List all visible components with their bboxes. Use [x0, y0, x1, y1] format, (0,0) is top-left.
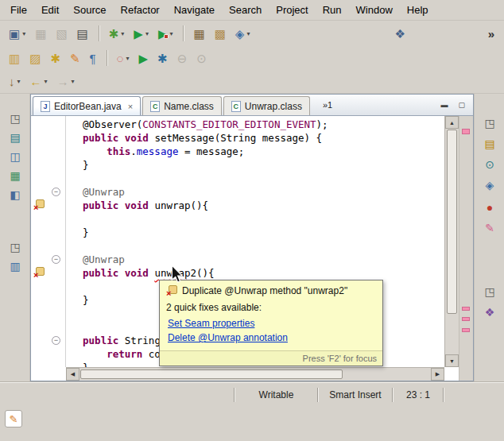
tab-close-icon[interactable]: ×	[128, 102, 133, 111]
code-line-8[interactable]: }	[71, 226, 444, 239]
restore-view-icon[interactable]: ◳	[6, 110, 25, 127]
menu-window[interactable]: Window	[349, 1, 400, 19]
open-type-dropdown-icon[interactable]: ▾	[246, 30, 250, 37]
mark-occurrences-icon[interactable]: ✱	[46, 48, 64, 68]
editor-tab-bar: JEditorBean.java×CName.classCUnwrap.clas…	[31, 95, 473, 116]
debug-icon[interactable]: ✱▾	[105, 24, 129, 43]
import-icon[interactable]: ▨	[25, 48, 45, 68]
back-dropdown-icon[interactable]: ▾	[45, 78, 48, 85]
maximize-button[interactable]: ▢	[455, 99, 468, 110]
console-icon[interactable]: ▥	[6, 257, 25, 275]
quickfix-set-seam-properties[interactable]: Set Seam properties	[168, 318, 376, 329]
horizontal-scrollbar[interactable]: ◀ ▶	[66, 367, 444, 381]
menu-navigate[interactable]: Navigate	[167, 1, 222, 19]
tab-overflow-indicator[interactable]: »1	[323, 100, 332, 110]
open-file-icon[interactable]: ▥	[5, 48, 24, 68]
code-line-3[interactable]: }	[71, 158, 444, 172]
tab-label: Name.class	[164, 101, 214, 112]
scroll-up-icon[interactable]: ▲	[445, 116, 459, 129]
new-java-project-icon[interactable]: ▦	[189, 24, 208, 43]
error-marker-icon[interactable]	[33, 199, 45, 211]
code-line-1[interactable]: public void setMessage(String message) {	[71, 131, 444, 145]
run-external-tools-dropdown-icon[interactable]: ▾	[169, 30, 173, 37]
restore-view-icon[interactable]: ◳	[480, 114, 499, 132]
new-wizard-dropdown-icon[interactable]: ▾	[22, 30, 25, 37]
fast-view-toggle-icon[interactable]: ✎	[5, 410, 22, 427]
menu-edit[interactable]: Edit	[34, 1, 66, 19]
editor-tab-unwrap-class[interactable]: CUnwrap.class	[223, 96, 310, 115]
vertical-scrollbar[interactable]: ▲ ▼	[444, 116, 459, 367]
forward-dropdown-icon[interactable]: ▾	[72, 78, 75, 85]
project-explorer-icon[interactable]: ◧	[6, 186, 25, 203]
new-package-icon[interactable]: ▩	[211, 24, 230, 43]
fold-collapse-icon[interactable]: −	[52, 255, 60, 264]
overview-error-mark[interactable]	[462, 307, 470, 311]
horizontal-scroll-thumb[interactable]	[80, 369, 343, 379]
editor-tab-editorbean-java[interactable]: JEditorBean.java×	[33, 96, 141, 115]
code-line-6[interactable]: public void unwrap(){	[71, 199, 444, 212]
palette-icon[interactable]: ❖	[480, 304, 499, 321]
code-line-11[interactable]: public void unwrap2(){	[71, 266, 444, 280]
package-explorer-icon[interactable]: ▤	[6, 129, 25, 146]
print-icon[interactable]: ▤	[73, 24, 92, 43]
code-line-7[interactable]	[71, 212, 444, 226]
toolbar-overflow-chevron[interactable]: »	[488, 27, 494, 41]
jboss-central-icon[interactable]: ❖	[390, 24, 409, 43]
record-macro-dropdown-icon[interactable]: ▾	[126, 55, 130, 62]
menu-file[interactable]: File	[3, 1, 34, 19]
annotations-icon[interactable]: ✎	[480, 219, 499, 237]
menu-source[interactable]: Source	[66, 1, 113, 19]
code-line-0[interactable]: @Observer(CONSTANTS_EDITOR_EDITON_EVENT)…	[71, 118, 444, 131]
open-type-icon[interactable]: ◈▾	[231, 24, 254, 43]
code-line-5[interactable]: @Unwrap	[71, 185, 444, 199]
error-log-icon[interactable]: ●	[480, 199, 499, 216]
vertical-scroll-thumb[interactable]	[447, 130, 457, 314]
run-icon[interactable]: ▶▾	[130, 24, 153, 43]
code-line-10[interactable]: @Unwrap	[71, 253, 444, 266]
new-task-icon[interactable]: ✱	[153, 48, 172, 68]
overview-error-mark[interactable]	[462, 129, 470, 134]
minimize-button[interactable]: ▬	[437, 99, 451, 110]
folding-ruler[interactable]: −−−	[47, 116, 66, 367]
fold-collapse-icon[interactable]: −	[52, 336, 60, 345]
run-dropdown-icon[interactable]: ▾	[145, 30, 149, 37]
restore-view-bottom-icon[interactable]: ◳	[6, 238, 25, 256]
tasks-icon[interactable]: ◈	[480, 176, 499, 194]
scroll-left-icon[interactable]: ◀	[66, 368, 79, 381]
code-line-2[interactable]: this.message = message;	[71, 145, 444, 158]
editor-tab-name-class[interactable]: CName.class	[142, 96, 222, 115]
menu-help[interactable]: Help	[400, 1, 436, 19]
new-wizard-icon[interactable]: ▣▾	[5, 24, 29, 43]
menu-refactor[interactable]: Refactor	[114, 1, 167, 19]
highlight-icon[interactable]: ✎	[66, 48, 84, 68]
type-hierarchy-icon[interactable]: ◫	[6, 148, 25, 165]
restore-view-bottom-icon[interactable]: ◳	[480, 283, 499, 300]
synchronize-icon[interactable]: ⊙	[480, 156, 499, 173]
toolbar-row-navigate: ↓▾←▾→▾	[0, 70, 504, 94]
scroll-right-icon[interactable]: ▶	[431, 368, 444, 381]
overview-error-mark[interactable]	[462, 328, 470, 332]
fold-collapse-icon[interactable]: −	[52, 188, 60, 196]
run-external-tools-icon[interactable]: ▶▾	[154, 24, 177, 43]
tab-label: Unwrap.class	[245, 101, 302, 112]
code-line-4[interactable]	[71, 172, 444, 185]
last-edit-location-dropdown-icon[interactable]: ▾	[17, 78, 21, 85]
play-macro-icon[interactable]: ▶	[135, 48, 153, 68]
overview-error-mark[interactable]	[462, 317, 470, 321]
show-whitespace-icon[interactable]: ¶	[86, 48, 100, 68]
debug-dropdown-icon[interactable]: ▾	[121, 30, 124, 37]
back-icon[interactable]: ←▾	[26, 72, 52, 91]
quickfix-delete-unwrap-annotation[interactable]: Delete @Unwrap annotation	[168, 332, 376, 343]
error-marker-icon[interactable]	[33, 267, 45, 278]
code-line-9[interactable]	[71, 239, 444, 253]
menu-project[interactable]: Project	[269, 1, 315, 19]
menu-run[interactable]: Run	[316, 1, 349, 19]
record-macro-icon[interactable]: ◌▾	[113, 48, 134, 68]
web-projects-icon[interactable]: ▦	[6, 167, 25, 184]
scroll-down-icon[interactable]: ▼	[445, 354, 459, 367]
outline-icon[interactable]: ▤	[480, 135, 499, 153]
last-edit-location-icon[interactable]: ↓▾	[5, 72, 25, 91]
overview-ruler[interactable]	[459, 116, 473, 381]
annotation-ruler[interactable]	[31, 116, 47, 367]
menu-search[interactable]: Search	[222, 1, 269, 19]
